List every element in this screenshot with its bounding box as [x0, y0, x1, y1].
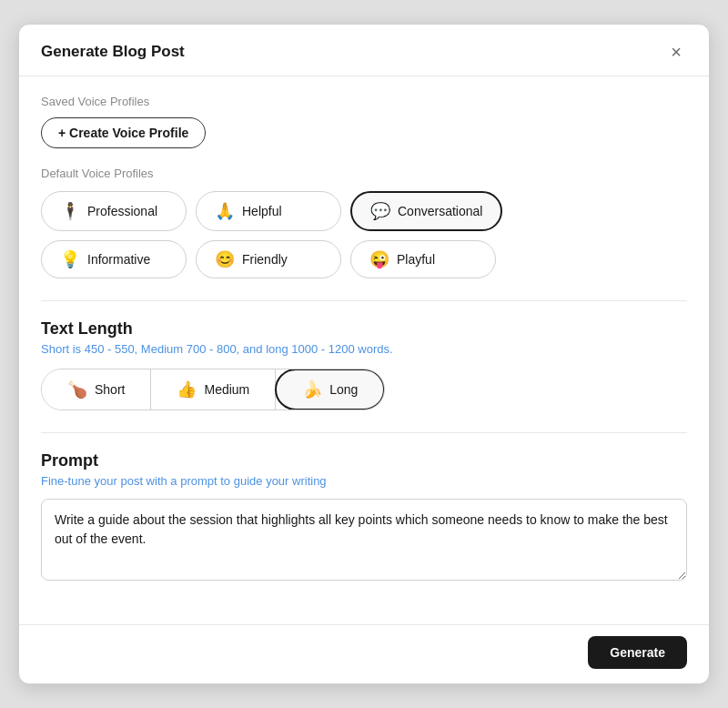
prompt-title: Prompt: [41, 451, 687, 470]
default-profiles-label: Default Voice Profiles: [41, 167, 687, 180]
voice-profile-conversational[interactable]: 💬 Conversational: [350, 191, 502, 231]
modal-title: Generate Blog Post: [41, 43, 185, 61]
informative-emoji: 💡: [60, 249, 80, 269]
voice-profiles-row-2: 💡 Informative 😊 Friendly 😜 Playful: [41, 240, 687, 278]
text-length-title: Text Length: [41, 319, 687, 339]
long-label: Long: [329, 382, 358, 397]
close-button[interactable]: ×: [665, 41, 687, 63]
voice-profile-professional[interactable]: 🕴 Professional: [41, 191, 187, 231]
conversational-emoji: 💬: [370, 201, 390, 221]
informative-label: Informative: [87, 252, 150, 267]
voice-profile-informative[interactable]: 💡 Informative: [41, 240, 187, 278]
short-emoji: 🍗: [67, 379, 87, 400]
text-length-subtitle: Short is 450 - 550, Medium 700 - 800, an…: [41, 342, 687, 356]
professional-emoji: 🕴: [60, 201, 80, 221]
voice-profile-helpful[interactable]: 🙏 Helpful: [196, 191, 341, 231]
voice-profiles-row-1: 🕴 Professional 🙏 Helpful 💬 Conversationa…: [41, 191, 687, 231]
prompt-subtitle: Fine-tune your post with a prompt to gui…: [41, 474, 687, 488]
helpful-emoji: 🙏: [215, 201, 235, 221]
modal-header: Generate Blog Post ×: [19, 25, 709, 76]
professional-label: Professional: [87, 204, 157, 218]
voice-profile-playful[interactable]: 😜 Playful: [350, 240, 496, 278]
text-length-options: 🍗 Short 👍 Medium 🍌 Long: [41, 369, 385, 410]
length-short-button[interactable]: 🍗 Short: [42, 369, 151, 410]
medium-emoji: 👍: [177, 379, 197, 400]
length-long-button[interactable]: 🍌 Long: [275, 369, 385, 410]
divider-2: [41, 432, 687, 433]
text-length-section: Text Length Short is 450 - 550, Medium 7…: [41, 319, 687, 410]
playful-label: Playful: [397, 252, 435, 267]
saved-profiles-label: Saved Voice Profiles: [41, 95, 687, 108]
generate-button[interactable]: Generate: [588, 636, 687, 669]
short-label: Short: [95, 382, 125, 397]
prompt-section: Prompt Fine-tune your post with a prompt…: [41, 451, 687, 584]
medium-label: Medium: [204, 382, 249, 397]
playful-emoji: 😜: [369, 249, 389, 269]
modal: Generate Blog Post × Saved Voice Profile…: [18, 24, 710, 684]
friendly-label: Friendly: [242, 252, 288, 267]
divider: [41, 300, 687, 301]
prompt-textarea[interactable]: [41, 499, 687, 581]
long-emoji: 🍌: [302, 379, 322, 400]
voice-profiles-grid: 🕴 Professional 🙏 Helpful 💬 Conversationa…: [41, 191, 687, 278]
length-medium-button[interactable]: 👍 Medium: [151, 369, 276, 410]
modal-footer: Generate: [19, 624, 709, 683]
helpful-label: Helpful: [242, 204, 282, 218]
voice-profile-friendly[interactable]: 😊 Friendly: [196, 240, 341, 278]
modal-body: Saved Voice Profiles + Create Voice Prof…: [19, 76, 709, 624]
conversational-label: Conversational: [398, 204, 482, 218]
create-voice-profile-button[interactable]: + Create Voice Profile: [41, 117, 206, 148]
friendly-emoji: 😊: [215, 249, 235, 269]
